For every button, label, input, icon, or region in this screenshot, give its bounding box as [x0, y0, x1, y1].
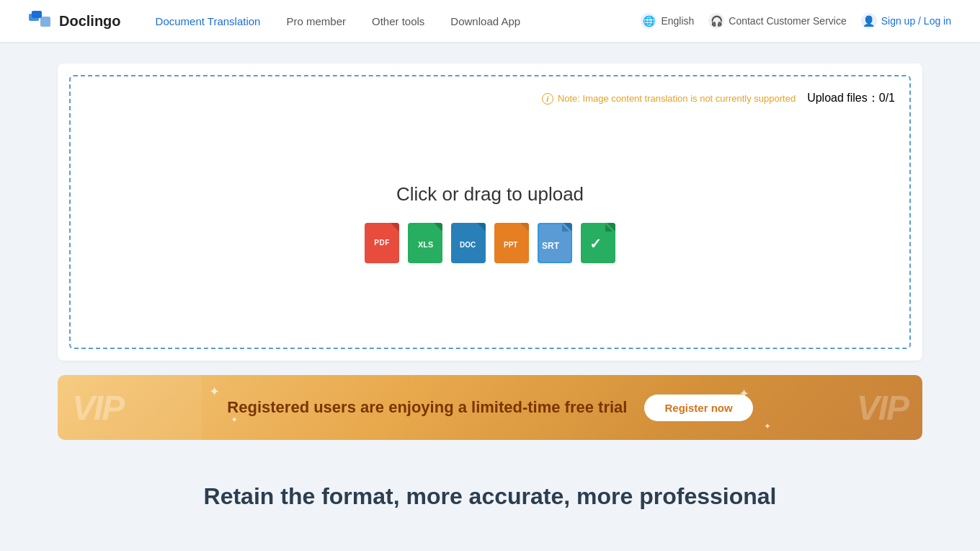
- svg-text:SRT: SRT: [542, 241, 560, 251]
- upload-container: i Note: Image content translation is not…: [58, 63, 922, 361]
- customer-service-label: Contact Customer Service: [729, 15, 846, 27]
- main-nav: Document Translation Pro member Other to…: [144, 11, 641, 32]
- globe-icon: 🌐: [641, 13, 656, 29]
- upload-files-status: Upload files：0/1: [807, 91, 895, 106]
- vip-left-text: VIP: [72, 388, 123, 428]
- register-now-button[interactable]: Register now: [644, 394, 752, 421]
- vip-banner-left-decor: VIP: [58, 375, 202, 440]
- sign-in-link[interactable]: 👤 Sign up / Log in: [861, 13, 951, 29]
- nav-download-app[interactable]: Download App: [439, 11, 532, 32]
- info-icon: i: [542, 93, 553, 105]
- language-label: English: [661, 15, 694, 27]
- check-file-icon: ✓: [581, 223, 615, 263]
- bottom-section: Retain the format, more accurate, more p…: [58, 469, 922, 524]
- svg-rect-2: [40, 17, 50, 27]
- sparkle-1: ✦: [209, 384, 220, 400]
- header-right: 🌐 English 🎧 Contact Customer Service 👤 S…: [641, 13, 951, 29]
- auth-label: Sign up / Log in: [881, 15, 951, 27]
- vip-promo-text: Registered users are enjoying a limited-…: [227, 398, 627, 417]
- vip-banner-right-decor: VIP: [857, 375, 908, 440]
- upload-top-bar: i Note: Image content translation is not…: [85, 91, 895, 106]
- upload-files-label: Upload files：: [807, 92, 879, 104]
- vip-banner: VIP ✦ ✦ Registered users are enjoying a …: [58, 375, 922, 440]
- user-icon: 👤: [861, 13, 877, 29]
- upload-area[interactable]: i Note: Image content translation is not…: [69, 75, 911, 349]
- svg-text:DOC: DOC: [460, 241, 476, 249]
- nav-document-translation[interactable]: Document Translation: [144, 11, 272, 32]
- upload-center[interactable]: Click or drag to upload PDF XLS: [85, 113, 895, 333]
- header: Doclingo Document Translation Pro member…: [0, 0, 980, 42]
- note-text: Note: Image content translation is not c…: [558, 93, 796, 104]
- language-selector[interactable]: 🌐 English: [641, 13, 694, 29]
- vip-banner-content: Registered users are enjoying a limited-…: [227, 394, 752, 421]
- logo-icon: [29, 11, 55, 31]
- srt-icon: SRT: [538, 223, 572, 263]
- pptx-icon: PPT: [494, 223, 529, 263]
- svg-text:✓: ✓: [589, 236, 602, 252]
- nav-pro-member[interactable]: Pro member: [275, 11, 357, 32]
- upload-note: i Note: Image content translation is not…: [542, 93, 796, 105]
- supported-file-types: PDF XLS DOC: [365, 223, 615, 263]
- pdf-icon: PDF: [365, 223, 399, 263]
- upload-prompt: Click or drag to upload: [396, 183, 584, 206]
- logo[interactable]: Doclingo: [29, 11, 121, 31]
- customer-service-link[interactable]: 🎧 Contact Customer Service: [708, 13, 846, 29]
- xlsx-icon: XLS: [408, 223, 442, 263]
- nav-other-tools[interactable]: Other tools: [360, 11, 436, 32]
- logo-text: Doclingo: [59, 13, 121, 30]
- svg-rect-1: [32, 11, 42, 18]
- sparkle-4: ✦: [764, 421, 771, 431]
- bottom-heading: Retain the format, more accurate, more p…: [58, 483, 922, 510]
- headset-icon: 🎧: [708, 13, 724, 29]
- vip-right-text: VIP: [857, 388, 908, 428]
- svg-text:PPT: PPT: [504, 241, 517, 249]
- main-content: i Note: Image content translation is not…: [0, 42, 980, 551]
- svg-text:XLS: XLS: [418, 240, 433, 249]
- upload-count: 0/1: [879, 92, 895, 104]
- docx-icon: DOC: [451, 223, 486, 263]
